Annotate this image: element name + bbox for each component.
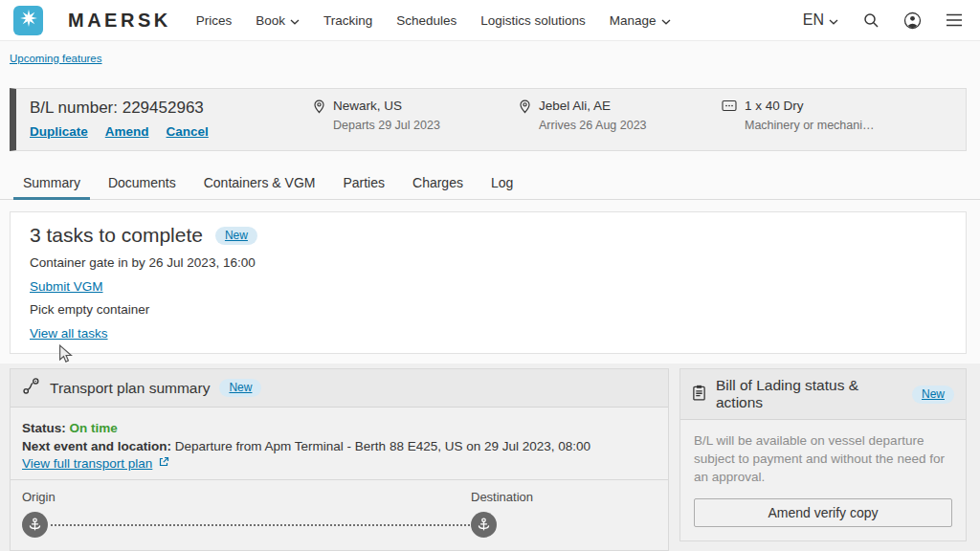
divider <box>11 479 668 480</box>
nav-item-book[interactable]: Book <box>256 13 300 28</box>
bl-number: B/L number: 229452963 <box>30 99 313 118</box>
upcoming-features-link[interactable]: Upcoming features <box>10 53 102 64</box>
tab-parties[interactable]: Parties <box>333 168 394 199</box>
brand-wordmark[interactable]: MAERSK <box>68 10 171 32</box>
status-value: On time <box>70 421 118 435</box>
destination-city: Jebel Ali, AE <box>539 99 647 113</box>
route-dotted-line <box>51 524 470 526</box>
route-visualization: Origin Destination <box>22 490 657 551</box>
amend-verify-copy-button[interactable]: Amend verify copy <box>694 498 952 527</box>
bl-summary-bar: B/L number: 229452963 Duplicate Amend Ca… <box>10 88 967 151</box>
task-item: Container gate in by 26 Jul 2023, 16:00 <box>30 252 947 276</box>
destination-node: Destination <box>471 490 533 538</box>
view-full-transport-plan-link[interactable]: View full transport plan <box>22 456 169 471</box>
tasks-title: 3 tasks to complete <box>30 224 203 247</box>
tab-summary[interactable]: Summary <box>13 168 90 199</box>
view-all-tasks-link[interactable]: View all tasks <box>30 326 108 341</box>
nav-item-prices[interactable]: Prices <box>196 13 233 28</box>
maersk-logo[interactable] <box>13 6 43 35</box>
location-pin-icon <box>519 99 531 139</box>
task-item: Pick empty container <box>30 298 947 322</box>
bill-of-lading-panel: Bill of Lading status & actions New B/L … <box>679 368 967 541</box>
bl-actions: Duplicate Amend Cancel <box>30 124 313 139</box>
bl-number-block: B/L number: 229452963 Duplicate Amend Ca… <box>30 99 313 139</box>
transport-plan-title: Transport plan summary <box>50 380 210 397</box>
tasks-card: 3 tasks to complete New Container gate i… <box>10 211 967 354</box>
next-event-value: Departure from Apm Terminal - Berth 88 E… <box>175 439 590 453</box>
origin-schedule: Departs 29 Jul 2023 <box>333 119 440 132</box>
maersk-star-icon <box>18 8 39 33</box>
tab-documents[interactable]: Documents <box>99 168 186 199</box>
cancel-link[interactable]: Cancel <box>167 124 209 139</box>
next-event-label: Next event and location: <box>22 439 171 453</box>
bill-of-lading-title: Bill of Lading status & actions <box>716 377 902 411</box>
destination-schedule: Arrives 26 Aug 2023 <box>539 119 647 132</box>
route-icon <box>22 377 40 399</box>
bl-availability-description: B/L will be available on vessel departur… <box>694 431 952 486</box>
chevron-down-icon <box>661 13 671 28</box>
origin-city: Newark, US <box>333 99 440 113</box>
destination-label: Destination <box>471 490 533 504</box>
origin-node: Origin <box>22 490 56 538</box>
bottom-panels: Transport plan summary New Status: On ti… <box>0 364 980 551</box>
destination-summary: Jebel Ali, AE Arrives 26 Aug 2023 <box>519 99 722 139</box>
nav-utilities: EN <box>803 11 963 30</box>
hamburger-menu-icon[interactable] <box>946 13 963 27</box>
transport-plan-panel: Transport plan summary New Status: On ti… <box>10 368 669 551</box>
clipboard-icon <box>692 385 706 405</box>
anchor-icon <box>22 512 48 538</box>
main-menu: Prices Book Tracking Schedules Logistics… <box>196 13 671 28</box>
new-badge[interactable]: New <box>912 386 954 404</box>
shipment-tabs: Summary Documents Containers & VGM Parti… <box>0 168 980 200</box>
language-selector[interactable]: EN <box>803 11 838 29</box>
new-badge[interactable]: New <box>219 379 261 397</box>
submit-vgm-link[interactable]: Submit VGM <box>30 279 103 294</box>
origin-summary: Newark, US Departs 29 Jul 2023 <box>313 99 519 139</box>
new-badge[interactable]: New <box>215 227 257 245</box>
nav-item-logistics-solutions[interactable]: Logistics solutions <box>480 13 586 28</box>
chevron-down-icon <box>290 13 300 28</box>
account-icon[interactable] <box>903 11 922 30</box>
nav-item-schedules[interactable]: Schedules <box>396 13 457 28</box>
external-link-icon <box>158 456 169 471</box>
duplicate-link[interactable]: Duplicate <box>30 124 88 139</box>
anchor-icon <box>471 512 497 538</box>
tab-log[interactable]: Log <box>481 168 523 199</box>
origin-label: Origin <box>22 490 56 504</box>
cargo-summary: 1 x 40 Dry Machinery or mechani… <box>722 99 874 139</box>
status-label: Status: <box>22 421 66 435</box>
cargo-count: 1 x 40 Dry <box>745 99 874 113</box>
tab-charges[interactable]: Charges <box>403 168 473 199</box>
container-icon <box>722 99 737 139</box>
location-pin-icon <box>313 99 325 139</box>
cargo-commodity: Machinery or mechani… <box>745 119 874 132</box>
amend-link[interactable]: Amend <box>105 124 149 139</box>
tab-containers-vgm[interactable]: Containers & VGM <box>194 168 325 199</box>
top-navigation: MAERSK Prices Book Tracking Schedules Lo… <box>0 0 980 41</box>
search-icon[interactable] <box>862 11 880 29</box>
nav-item-tracking[interactable]: Tracking <box>323 13 372 28</box>
nav-item-manage[interactable]: Manage <box>610 13 671 28</box>
chevron-down-icon <box>829 11 838 29</box>
